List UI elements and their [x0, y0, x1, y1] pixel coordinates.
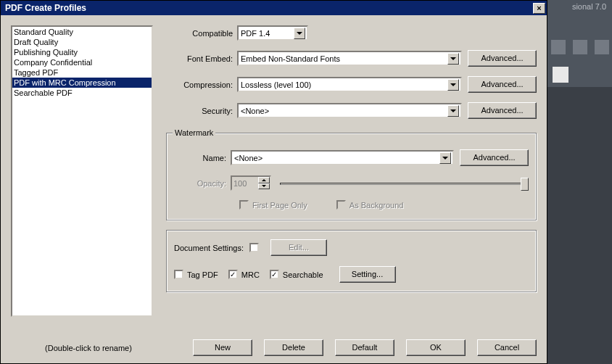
font-embed-value: Embed Non-Standard Fonts	[241, 54, 447, 63]
chevron-down-icon	[447, 79, 459, 91]
watermark-name-select[interactable]: <None>	[231, 150, 454, 165]
security-label: Security:	[166, 107, 237, 115]
watermark-name-label: Name:	[174, 154, 231, 162]
checkbox-icon	[239, 200, 249, 210]
checkbox-icon	[174, 270, 183, 279]
compression-label: Compression:	[166, 80, 237, 89]
edit-button: Edit...	[270, 239, 327, 256]
checkbox-icon: ✓	[270, 270, 279, 279]
delete-button[interactable]: Delete	[264, 339, 323, 356]
mrc-label: MRC	[241, 270, 260, 279]
checkbox-icon: ✓	[228, 270, 238, 279]
bg-toolbar-icon	[553, 67, 568, 83]
searchable-label: Searchable	[283, 270, 323, 279]
first-page-only-label: First Page Only	[252, 201, 307, 210]
setting-button[interactable]: Setting...	[339, 266, 396, 283]
tag-pdf-label: Tag PDF	[187, 270, 218, 279]
security-advanced-button[interactable]: Advanced...	[468, 102, 537, 119]
font-embed-label: Font Embed:	[166, 54, 237, 63]
document-settings-label: Document Settings:	[174, 244, 244, 252]
security-select[interactable]: <None>	[237, 103, 462, 118]
compatible-value: PDF 1.4	[241, 29, 294, 38]
chevron-down-icon	[294, 28, 305, 39]
font-embed-select[interactable]: Embed Non-Standard Fonts	[237, 51, 462, 66]
profile-list-item[interactable]: Publishing Quality	[12, 47, 152, 57]
profile-list-item[interactable]: Standard Quality	[12, 27, 152, 37]
cancel-button[interactable]: Cancel	[477, 339, 537, 356]
as-background-label: As Background	[350, 201, 404, 210]
profiles-listbox[interactable]: Standard QualityDraft QualityPublishing …	[11, 25, 153, 317]
spinner-down-icon	[258, 183, 270, 190]
chevron-down-icon	[447, 105, 459, 117]
compression-advanced-button[interactable]: Advanced...	[468, 76, 537, 93]
first-page-only-checkbox: First Page Only	[239, 200, 307, 210]
checkbox-icon	[336, 200, 346, 210]
watermark-title: Watermark	[173, 128, 215, 137]
settings-group: Document Settings: Edit... Tag PDF ✓	[166, 230, 537, 292]
background-app-title: sional 7.0	[566, 0, 612, 15]
profile-list-item[interactable]: Tagged PDF	[12, 67, 152, 78]
profile-list-item[interactable]: Company Confidential	[12, 57, 152, 67]
watermark-name-value: <None>	[234, 154, 439, 162]
opacity-input	[232, 177, 258, 189]
security-value: <None>	[241, 107, 447, 115]
bg-toolbar-icon	[573, 40, 587, 54]
bg-toolbar-icon	[595, 40, 609, 54]
compression-select[interactable]: Lossless (level 100)	[237, 77, 462, 92]
checkbox-icon	[249, 243, 259, 252]
opacity-slider	[280, 176, 529, 191]
opacity-spinner	[231, 175, 271, 191]
tag-pdf-checkbox[interactable]: Tag PDF	[174, 270, 218, 279]
compatible-select[interactable]: PDF 1.4	[237, 25, 308, 41]
font-embed-advanced-button[interactable]: Advanced...	[468, 50, 537, 67]
slider-thumb	[521, 178, 529, 191]
profile-list-item[interactable]: PDF with MRC Compression	[12, 78, 152, 88]
watermark-advanced-button[interactable]: Advanced...	[460, 149, 529, 166]
profile-list-item[interactable]: Draft Quality	[12, 37, 152, 47]
default-button[interactable]: Default	[335, 339, 394, 356]
document-settings-checkbox[interactable]	[249, 243, 259, 252]
spinner-up-icon	[258, 177, 270, 183]
chevron-down-icon	[439, 152, 451, 164]
compression-value: Lossless (level 100)	[241, 80, 447, 89]
opacity-label: Opacity:	[174, 179, 231, 188]
watermark-group: Watermark Name: <None> Advanced... Opaci…	[166, 133, 537, 220]
bg-toolbar-icon	[551, 40, 566, 54]
close-button[interactable]: ×	[533, 3, 545, 14]
profile-list-item[interactable]: Searchable PDF	[12, 88, 152, 98]
searchable-checkbox[interactable]: ✓ Searchable	[270, 270, 323, 279]
ok-button[interactable]: OK	[406, 339, 466, 356]
compatible-label: Compatible	[166, 29, 237, 38]
mrc-checkbox[interactable]: ✓ MRC	[228, 270, 260, 279]
as-background-checkbox: As Background	[336, 200, 404, 210]
new-button[interactable]: New	[193, 339, 252, 356]
rename-hint: (Double-click to rename)	[11, 344, 166, 352]
pdf-create-profiles-dialog: PDF Create Profiles × Standard QualityDr…	[0, 0, 547, 364]
dialog-title: PDF Create Profiles	[5, 3, 86, 13]
titlebar: PDF Create Profiles ×	[1, 1, 547, 15]
chevron-down-icon	[447, 53, 459, 65]
